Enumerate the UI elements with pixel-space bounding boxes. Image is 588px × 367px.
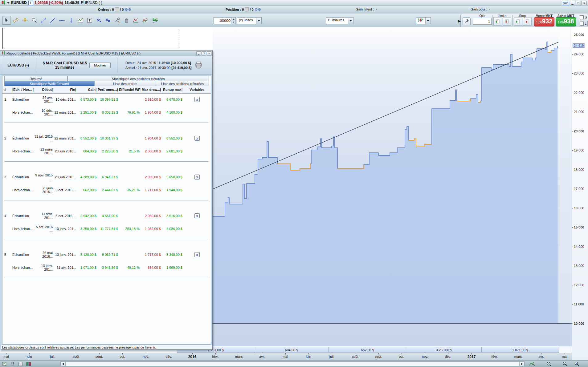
out-of-sample-row[interactable]: Hors-échan...22 mars 201...28 juin 2016.… [2, 147, 211, 154]
buy-limit-button[interactable] [493, 18, 502, 26]
order-settings-icon[interactable] [463, 17, 471, 25]
quantity-down-icon[interactable] [231, 21, 235, 24]
ruler-icon[interactable] [12, 16, 20, 25]
zigzag-double-tool-icon[interactable] [141, 16, 149, 25]
zoom-in-icon[interactable] [574, 361, 579, 366]
column-header[interactable]: Fin| [54, 88, 77, 91]
close-button[interactable]: ✕ [582, 1, 587, 5]
orders-settings-icon[interactable]: ⚙⚙ [125, 7, 131, 12]
quantity-up-icon[interactable] [231, 18, 235, 21]
column-header[interactable]: Gain| [77, 88, 97, 91]
buy-stop-button[interactable] [514, 18, 522, 26]
orders-list-icon[interactable] [115, 7, 119, 11]
delete-object-icon[interactable] [95, 16, 103, 25]
scroll-right-icon[interactable] [519, 362, 524, 366]
raff-channel-icon[interactable]: Raff. [150, 16, 160, 25]
price-axis[interactable]: 25 00024 41924 00023 00022 00021 00020 0… [572, 27, 588, 360]
time-axis[interactable]: maijuinjuil.aoûtsept.oct.nov.déc.2016fév… [0, 353, 572, 360]
column-header[interactable]: Runup max| [162, 88, 183, 91]
zoom-out-icon[interactable] [562, 361, 568, 366]
chart-type-combo[interactable] [416, 17, 431, 24]
tab-closed-positions-list[interactable]: Liste des positions clôturées [156, 81, 209, 86]
delete-all-objects-icon[interactable] [104, 16, 112, 25]
sample-row[interactable]: 4Échantillon17 févr. 201...5 oct. 2016 .… [2, 212, 211, 218]
dialog-minimize-button[interactable]: ▁ [196, 51, 201, 55]
market-depth-icon[interactable] [26, 361, 31, 366]
select-cursor-icon[interactable] [2, 16, 10, 25]
timeframe-combo[interactable]: 15 minutes [326, 17, 353, 24]
modify-button[interactable]: Modifier [89, 62, 111, 68]
alert-bell-icon[interactable] [21, 16, 29, 25]
text-tool-icon[interactable] [86, 16, 94, 25]
tab-walk-forward[interactable]: Statistiques Walk Forward [4, 81, 94, 86]
column-header[interactable]: Efficacité WF| [119, 88, 141, 91]
limit-checkbox[interactable] [580, 22, 584, 26]
dialog-restore-button[interactable]: ❐ [202, 51, 206, 55]
qty-input[interactable] [473, 18, 492, 25]
minimize-button[interactable]: ▁ [570, 1, 575, 5]
tab-orders-list[interactable]: Liste des ordres [94, 81, 156, 86]
indicator-grid-icon[interactable] [76, 16, 84, 25]
trash-icon[interactable] [123, 16, 131, 25]
dialog-titlebar[interactable]: Rapport détaillé | ProBacktest (Walk For… [0, 50, 212, 56]
export-variables-icon[interactable]: x [194, 175, 200, 179]
column-header[interactable]: |Éch. / Hor... | [12, 88, 34, 91]
indicator-settings-icon[interactable] [528, 361, 536, 366]
news-icon[interactable] [18, 361, 23, 366]
horizontal-line-tool-icon[interactable] [58, 16, 66, 25]
position-settings-icon[interactable]: ⚙⚙ [255, 7, 261, 12]
link-windows-icon[interactable] [10, 361, 15, 366]
tab-stats-positions[interactable]: Statistiques des positions clôturées [67, 76, 209, 81]
symbol-dropdown-icon[interactable] [7, 2, 10, 4]
price-pane-remnant [0, 27, 213, 50]
column-header[interactable]: Perf. annu...| [97, 88, 119, 91]
symbol-label[interactable]: EURUSD [11, 1, 27, 5]
scroll-left-icon[interactable] [61, 362, 66, 366]
export-variables-icon[interactable]: x [194, 97, 200, 102]
out-of-sample-row[interactable]: Hors-échan...13 janv. 201...21 avr. 201.… [2, 264, 211, 270]
quantity-spinner[interactable] [214, 17, 236, 24]
vertical-line-tool-icon[interactable] [67, 16, 75, 25]
column-header[interactable]: Début| [34, 88, 54, 91]
restore-button[interactable]: ❐ [576, 1, 581, 5]
out-of-sample-row[interactable]: Hors-échan...10 déc. 201...22 mars 201..… [2, 109, 211, 115]
column-header[interactable]: # [4, 88, 12, 91]
position-list-icon[interactable] [245, 7, 249, 11]
timeframe-dropdown-icon[interactable] [348, 18, 353, 24]
tab-resume[interactable]: Résumé [4, 76, 67, 81]
zigzag-tool-icon[interactable] [132, 16, 140, 25]
export-variables-icon[interactable]: x [194, 213, 200, 218]
trendline-tool-icon[interactable] [49, 16, 57, 25]
units-combo[interactable]: (x) unités [237, 17, 262, 24]
export-variables-icon[interactable]: x [194, 252, 200, 257]
segment-tool-icon[interactable] [39, 16, 47, 25]
print-icon[interactable] [195, 61, 203, 69]
object-properties-icon[interactable] [113, 16, 121, 25]
buy-mkt-button[interactable]: 1,06938 [556, 17, 576, 26]
sample-row[interactable]: 1Échantillon24 avr. 201...10 déc. 201...… [2, 96, 211, 102]
chart-settings-icon[interactable] [2, 361, 7, 366]
sell-limit-button[interactable] [503, 18, 511, 26]
units-dropdown-icon[interactable] [256, 18, 261, 24]
sample-row[interactable]: 5Échantillon26 mai 2016...13 janv. 201..… [2, 251, 211, 257]
sell-stop-button[interactable] [523, 18, 532, 26]
dialog-close-button[interactable]: ✕ [207, 51, 211, 55]
virtual-keyboard-icon[interactable] [562, 1, 569, 5]
column-header[interactable]: Max draw...| [141, 88, 162, 91]
export-variables-icon[interactable]: x [194, 136, 200, 141]
sample-row[interactable]: 3Échantillon9 nov. 2015 ...28 juin 2016.… [2, 173, 211, 179]
horizontal-scrollbar[interactable] [60, 361, 525, 366]
quantity-input[interactable] [214, 18, 231, 24]
panel-collapse-icon[interactable]: ▶ [458, 19, 461, 23]
info-icon[interactable]: i [28, 1, 33, 5]
sell-mkt-button[interactable]: 1,06932 [534, 17, 554, 26]
zoom-area-icon[interactable] [545, 361, 553, 366]
chart-type-dropdown-icon[interactable] [425, 18, 431, 24]
walk-forward-report-dialog[interactable]: Rapport détaillé | ProBacktest (Walk For… [0, 50, 213, 350]
out-of-sample-row[interactable]: Hors-échan...28 juin 2016...5 oct. 2016 … [2, 186, 211, 192]
zoom-tool-icon[interactable] [30, 16, 38, 25]
stop-checkbox[interactable] [580, 15, 584, 19]
out-of-sample-row[interactable]: Hors-échan...5 oct. 2016 ...13 janv. 201… [2, 225, 211, 231]
sample-row[interactable]: 2Échantillon31 juil. 2015 ...22 mars 201… [2, 135, 211, 141]
column-header[interactable]: Variables [183, 88, 211, 91]
